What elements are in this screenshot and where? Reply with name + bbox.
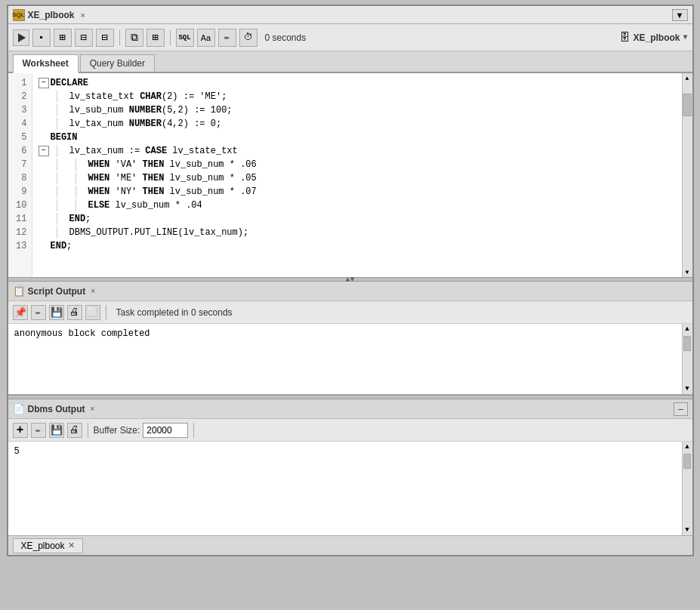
run-button[interactable] — [13, 29, 29, 46]
indent-bar — [76, 172, 76, 184]
scroll-down-arrow[interactable]: ▼ — [683, 267, 692, 277]
keyword: CASE — [145, 146, 167, 156]
code-text: BEGIN — [51, 131, 78, 144]
keyword: NUMBER — [129, 119, 162, 129]
dbms-scroll-down[interactable]: ▼ — [683, 525, 692, 535]
indent-bar — [57, 145, 57, 157]
toolbar-btn-sql[interactable]: SQL — [176, 29, 194, 47]
db-selector[interactable]: 🗄 XE_plbook ▼ — [619, 32, 687, 44]
toolbar-btn-2[interactable]: ⊞ — [54, 29, 72, 47]
editor-tab-bar: Worksheet Query Builder — [8, 51, 692, 73]
editor-scrollbar[interactable]: ▲ ▼ — [682, 73, 692, 277]
script-save-button[interactable]: 💾 — [49, 305, 64, 320]
script-output-icon: 📋 — [13, 285, 25, 297]
dbms-add-button[interactable]: + — [13, 423, 28, 438]
toolbar-btn-5[interactable]: ⧉ — [125, 29, 143, 47]
edit-icon: ✏ — [224, 32, 230, 43]
script-scroll-down[interactable]: ▼ — [683, 384, 692, 394]
scrollbar-thumb[interactable] — [683, 94, 692, 116]
script-clear-button[interactable]: ⬜ — [85, 305, 100, 320]
line-number: 9 — [13, 185, 27, 199]
dbms-toolbar: + ✏ 💾 🖨 Buffer Size: — [8, 419, 692, 442]
pin-button[interactable]: 📌 — [13, 305, 28, 320]
script-output-scrollbar[interactable]: ▲ ▼ — [682, 324, 692, 394]
line-number: 6 — [13, 144, 27, 158]
fold-icon[interactable]: − — [39, 146, 49, 156]
db-icon: 🗄 — [619, 32, 630, 44]
dbms-sep-2 — [193, 423, 194, 438]
indent-bar — [57, 118, 57, 130]
line-number: 12 — [13, 226, 27, 239]
toolbar-btn-1[interactable]: ▪ — [32, 29, 51, 47]
sql-icon: SQL — [13, 9, 25, 21]
toolbar-btn-aa[interactable]: Aa — [197, 29, 215, 47]
buffer-size-input[interactable] — [143, 423, 188, 438]
indent-bar — [76, 159, 76, 171]
bottom-tab-close[interactable]: ✕ — [68, 541, 75, 550]
title-dropdown-button[interactable]: ▼ — [672, 9, 688, 21]
dbms-close-button[interactable]: × — [91, 405, 95, 413]
code-line: −DECLARE — [39, 76, 676, 90]
script-edit-button[interactable]: ✏ — [31, 305, 46, 320]
dbms-scroll-thumb[interactable] — [683, 454, 691, 469]
title-close-button[interactable]: × — [78, 11, 88, 20]
keyword: WHEN — [88, 186, 110, 197]
dbms-output-icon: 📄 — [13, 403, 25, 415]
timer-display: 0 seconds — [261, 32, 311, 43]
pin-icon: 📌 — [14, 307, 26, 319]
line-numbers: 12345678910111213 — [8, 73, 32, 277]
script-scroll-thumb[interactable] — [683, 336, 691, 351]
tab-query-builder[interactable]: Query Builder — [80, 54, 155, 72]
code-line: −lv_tax_num := CASE lv_state_txt — [39, 144, 676, 158]
dbms-save-button[interactable]: 💾 — [49, 423, 64, 438]
toolbar-btn-timer[interactable]: ⏱ — [239, 29, 257, 47]
indent-bar — [76, 199, 76, 211]
bottom-tab-xe-plbook[interactable]: XE_plbook ✕ — [13, 538, 83, 553]
keyword: END — [51, 241, 67, 251]
code-text: END; — [51, 239, 72, 253]
script-print-button[interactable]: 🖨 — [67, 305, 82, 320]
code-line: END; — [39, 212, 676, 226]
script-output-close[interactable]: × — [91, 287, 95, 295]
indent-bar — [57, 199, 57, 211]
timer-icon: ⏱ — [244, 32, 253, 43]
code-content[interactable]: −DECLARElv_state_txt CHAR(2) := 'ME';lv_… — [32, 73, 682, 277]
code-text: WHEN 'NY' THEN lv_sub_num * .07 — [88, 185, 257, 199]
scroll-up-arrow[interactable]: ▲ — [683, 73, 692, 83]
db-dropdown-arrow[interactable]: ▼ — [683, 33, 687, 42]
commit-icon: ⊞ — [152, 31, 158, 44]
dbms-add-icon: + — [17, 424, 24, 437]
toolbar-btn-6[interactable]: ⊞ — [146, 29, 165, 47]
play-icon — [18, 33, 26, 42]
dbms-minimize-button[interactable]: − — [674, 402, 687, 416]
toolbar-btn-4[interactable]: ⊟ — [96, 29, 114, 47]
toolbar-btn-3[interactable]: ⊟ — [75, 29, 93, 47]
run-script-icon: ⊞ — [59, 31, 65, 44]
toolbar-sep-1 — [119, 30, 120, 45]
toolbar-btn-edit[interactable]: ✏ — [218, 29, 236, 47]
sql-format-icon: SQL — [178, 34, 190, 42]
line-number: 10 — [13, 199, 27, 212]
indent-bar — [57, 104, 57, 116]
code-line: lv_tax_num NUMBER(4,2) := 0; — [39, 117, 676, 131]
dbms-scroll-up[interactable]: ▲ — [683, 442, 692, 452]
title-bar: SQL XE_plbook × ▼ — [8, 6, 692, 24]
script-scroll-up[interactable]: ▲ — [683, 324, 692, 334]
indent-bar — [57, 226, 57, 239]
script-output-title: Script Output — [28, 286, 86, 297]
tab-worksheet[interactable]: Worksheet — [13, 54, 79, 73]
code-text: WHEN 'VA' THEN lv_sub_num * .06 — [88, 158, 257, 171]
code-line: END; — [39, 239, 676, 253]
code-text: lv_sub_num NUMBER(5,2) := 100; — [69, 103, 233, 117]
keyword: NUMBER — [129, 105, 162, 116]
indent-bar — [57, 186, 57, 198]
code-line: BEGIN — [39, 131, 676, 144]
script-clear-icon: ⬜ — [88, 307, 98, 317]
dbms-edit-button[interactable]: ✏ — [31, 423, 46, 438]
script-output-title-left: 📋 Script Output × — [13, 285, 96, 297]
dbms-scrollbar[interactable]: ▲ ▼ — [682, 442, 692, 535]
line-number: 1 — [13, 76, 27, 90]
indent-bar — [57, 172, 57, 184]
dbms-print-button[interactable]: 🖨 — [67, 423, 82, 438]
fold-icon[interactable]: − — [39, 78, 49, 88]
